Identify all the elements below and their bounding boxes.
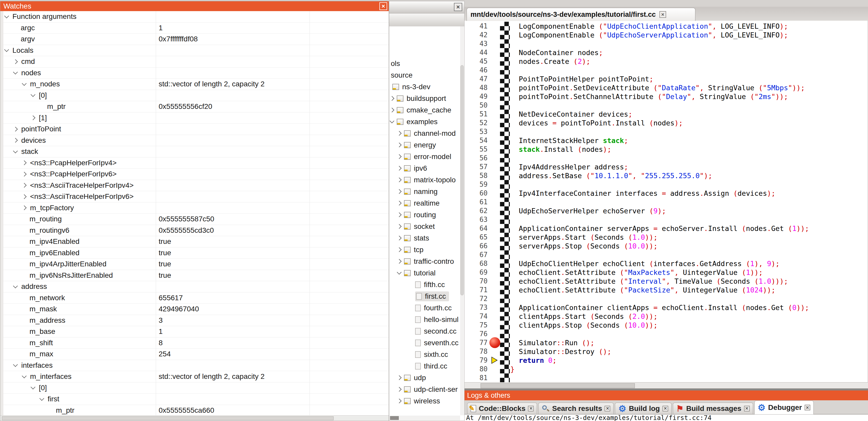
watch-row-m-routingv6[interactable]: m_routingv60x5555555cd3c0 <box>0 225 389 236</box>
tree-item-tcp[interactable]: tcp <box>389 244 424 256</box>
chevron-right-icon[interactable] <box>13 127 18 131</box>
tree-horizontal-scrollbar[interactable] <box>390 416 460 420</box>
line-number[interactable]: 61 <box>465 198 489 206</box>
code-line-42[interactable]: 42 LogComponentEnable ("UdpEchoServerApp… <box>465 31 868 39</box>
chevron-right-icon[interactable] <box>13 59 18 64</box>
watch-row-m-ipv4arpjitterenabled[interactable]: m_ipv4ArpJitterEnabledtrue <box>0 259 389 270</box>
chevron-down-icon[interactable] <box>39 396 44 400</box>
line-number[interactable]: 44 <box>465 48 489 56</box>
chevron-down-icon[interactable] <box>13 149 18 153</box>
chevron-right-icon[interactable] <box>397 259 401 263</box>
tree-item-buildsupport[interactable]: buildsupport <box>389 93 446 104</box>
tree-item-hello-simul[interactable]: hello-simul <box>389 314 459 325</box>
watch-row-m-ipv4enabled[interactable]: m_ipv4Enabledtrue <box>0 236 389 248</box>
line-number[interactable]: 78 <box>465 348 489 355</box>
close-icon[interactable] <box>454 3 462 11</box>
watch-row--0-[interactable]: [0] <box>0 90 389 101</box>
chevron-right-icon[interactable] <box>397 201 401 205</box>
tree-item-sixth-cc[interactable]: sixth.cc <box>389 349 448 360</box>
line-number[interactable]: 65 <box>465 233 489 241</box>
breakpoint-margin[interactable] <box>489 101 500 110</box>
tree-item-udp[interactable]: udp <box>389 372 426 384</box>
tree-item-channel-mod[interactable]: channel-mod <box>389 128 456 139</box>
watch-row--ns3-asciitracehelperforipv6-[interactable]: <ns3::AsciiTraceHelperForIpv6> <box>0 191 389 202</box>
tree-item-seventh-cc[interactable]: seventh.cc <box>389 337 459 349</box>
code-line-78[interactable]: 78 Simulator::Destroy (); <box>465 347 868 356</box>
code-line-57[interactable]: 57 Ipv4AddressHelper address; <box>465 162 868 171</box>
line-number[interactable]: 55 <box>465 145 489 153</box>
watch-row-locals[interactable]: Locals <box>0 45 389 56</box>
line-number[interactable]: 74 <box>465 313 489 320</box>
breakpoint-margin[interactable] <box>489 57 500 66</box>
code-line-54[interactable]: 54 InternetStackHelper stack; <box>465 136 868 145</box>
line-number[interactable]: 60 <box>465 189 489 197</box>
line-number[interactable]: 42 <box>465 31 489 39</box>
breakpoint-margin[interactable] <box>489 321 500 329</box>
tree-item-cmake-cache[interactable]: cmake_cache <box>389 104 451 116</box>
breakpoint-margin[interactable] <box>489 277 500 286</box>
code-line-49[interactable]: 49 pointToPoint.SetChannelAttribute ("De… <box>465 92 868 101</box>
line-number[interactable]: 67 <box>465 251 489 259</box>
scrollbar-thumb[interactable] <box>460 65 464 295</box>
tree-item-ns-3-dev[interactable]: ns-3-dev <box>389 81 430 93</box>
code-line-68[interactable]: 68 UdpEchoClientHelper echoClient (inter… <box>465 259 868 268</box>
code-line-59[interactable]: 59 <box>465 180 868 189</box>
line-number[interactable]: 76 <box>465 330 489 338</box>
code-line-44[interactable]: 44 NodeContainer nodes; <box>465 48 868 57</box>
chevron-right-icon[interactable] <box>397 166 401 170</box>
chevron-right-icon[interactable] <box>390 107 394 112</box>
code-line-58[interactable]: 58 address.SetBase ("10.1.1.0", "255.255… <box>465 171 868 180</box>
breakpoint-margin[interactable] <box>489 259 500 268</box>
editor-horizontal-scrollbar[interactable] <box>465 382 868 389</box>
chevron-right-icon[interactable] <box>390 96 394 101</box>
chevron-right-icon[interactable] <box>31 116 35 120</box>
watch-row--0-[interactable]: [0] <box>0 383 389 394</box>
breakpoint-margin[interactable] <box>489 241 500 250</box>
line-number[interactable]: 58 <box>465 172 489 180</box>
breakpoint-margin[interactable] <box>489 66 500 74</box>
line-number[interactable]: 53 <box>465 128 489 135</box>
breakpoint-margin[interactable] <box>489 127 500 136</box>
code-line-67[interactable]: 67 <box>465 250 868 259</box>
watch-row--1-[interactable]: [1] <box>0 112 389 124</box>
code-line-63[interactable]: 63 <box>465 215 868 224</box>
watch-row-m-mask[interactable]: m_mask4294967040 <box>0 303 389 315</box>
tree-item-first-cc[interactable]: first.cc <box>389 290 449 302</box>
close-icon[interactable] <box>379 2 387 10</box>
watch-row-address[interactable]: address <box>0 281 389 292</box>
log-tab-debugger[interactable]: Debugger <box>754 400 814 414</box>
chevron-right-icon[interactable] <box>397 387 401 391</box>
watch-row-m-ptr[interactable]: m_ptr0x5555555ca660 <box>0 405 389 416</box>
tree-item-third-cc[interactable]: third.cc <box>389 360 447 372</box>
line-number[interactable]: 79 <box>465 356 489 364</box>
line-number[interactable]: 75 <box>465 321 489 329</box>
code-line-75[interactable]: 75 clientApps.Stop (Seconds (10.0)); <box>465 321 868 329</box>
code-line-45[interactable]: 45 nodes.Create (2); <box>465 57 868 66</box>
line-number[interactable]: 49 <box>465 93 489 100</box>
code-editor[interactable]: 41 LogComponentEnable ("UdpEchoClientApp… <box>465 21 868 382</box>
code-line-64[interactable]: 64 ApplicationContainer serverApps = ech… <box>465 224 868 233</box>
code-line-62[interactable]: 62 UdpEchoServerHelper echoServer (9); <box>465 206 868 215</box>
close-icon[interactable] <box>604 406 610 412</box>
tree-item-ipv6[interactable]: ipv6 <box>389 162 427 174</box>
line-number[interactable]: 77 <box>465 339 489 347</box>
chevron-down-icon[interactable] <box>13 70 18 74</box>
code-line-72[interactable]: 72 <box>465 294 868 303</box>
watch-row-m-ipv6nsrsjitterenabled[interactable]: m_ipv6NsRsJitterEnabledtrue <box>0 270 389 281</box>
code-line-74[interactable]: 74 clientApps.Start (Seconds (2.0)); <box>465 312 868 321</box>
watch-row-m-base[interactable]: m_base1 <box>0 326 389 337</box>
breakpoint-margin[interactable] <box>489 171 500 180</box>
code-line-46[interactable]: 46 <box>465 66 868 74</box>
code-line-70[interactable]: 70 echoClient.SetAttribute ("Interval", … <box>465 277 868 286</box>
chevron-right-icon[interactable] <box>22 161 26 165</box>
chevron-down-icon[interactable] <box>4 47 9 52</box>
breakpoint-margin[interactable] <box>489 312 500 321</box>
watch-row-stack[interactable]: stack <box>0 146 389 158</box>
breakpoint-margin[interactable] <box>489 92 500 101</box>
tree-item-fourth-cc[interactable]: fourth.cc <box>389 302 452 314</box>
watch-row-m-routing[interactable]: m_routing0x555555587c50 <box>0 214 389 225</box>
breakpoint-margin[interactable] <box>489 83 500 92</box>
watch-row--ns3-asciitracehelperforipv4-[interactable]: <ns3::AsciiTraceHelperForIpv4> <box>0 180 389 191</box>
code-line-71[interactable]: 71 echoClient.SetAttribute ("PacketSize"… <box>465 286 868 294</box>
watch-row-m-nodes[interactable]: m_nodesstd::vector of length 2, capacity… <box>0 78 389 90</box>
